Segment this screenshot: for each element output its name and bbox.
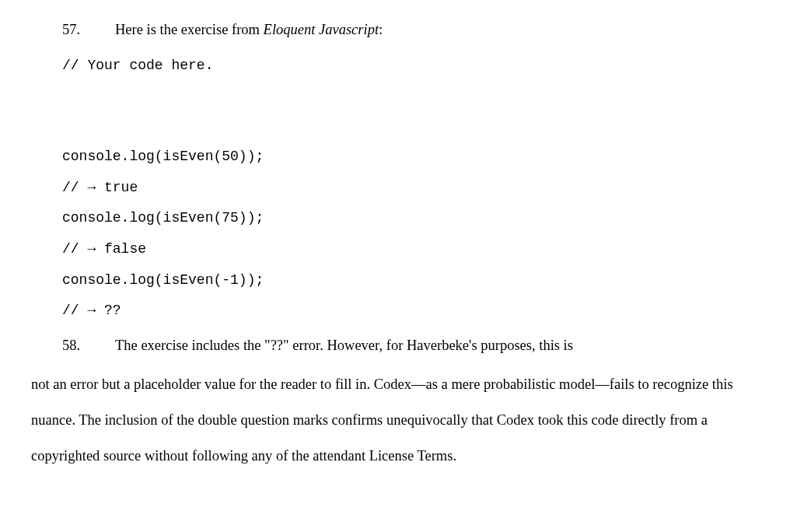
text-segment: Here is the exercise from bbox=[115, 22, 264, 37]
code-line: console.log(isEven(75)); bbox=[62, 203, 773, 234]
paragraph-text: The exercise includes the "??" error. Ho… bbox=[115, 330, 773, 362]
paragraph-number: 57. bbox=[62, 14, 93, 46]
paragraph-text: Here is the exercise from Eloquent Javas… bbox=[115, 14, 773, 46]
paragraph-number: 58. bbox=[62, 330, 93, 362]
text-segment: : bbox=[379, 22, 383, 37]
arrow-icon: → bbox=[87, 234, 96, 265]
code-line: console.log(isEven(-1)); bbox=[62, 265, 773, 296]
code-text: // bbox=[62, 180, 87, 195]
code-text: // bbox=[62, 241, 87, 257]
code-text: // bbox=[62, 303, 87, 318]
code-block: // Your code here. console.log(isEven(50… bbox=[62, 51, 773, 327]
code-line-comment: // → ?? bbox=[62, 296, 773, 327]
code-text: false bbox=[96, 241, 146, 257]
arrow-icon: → bbox=[87, 296, 96, 327]
code-line: console.log(isEven(50)); bbox=[62, 142, 773, 173]
paragraph-58: 58. The exercise includes the "??" error… bbox=[31, 330, 773, 474]
code-line-comment: // Your code here. bbox=[62, 51, 773, 82]
paragraph-57: 57. Here is the exercise from Eloquent J… bbox=[31, 14, 773, 46]
code-line-comment: // → true bbox=[62, 173, 773, 204]
book-title-italic: Eloquent Javascript bbox=[264, 22, 379, 37]
code-text: ?? bbox=[96, 303, 121, 318]
code-text: true bbox=[96, 180, 138, 195]
arrow-icon: → bbox=[87, 173, 96, 204]
paragraph-continuation: not an error but a placeholder value for… bbox=[31, 366, 773, 474]
code-line-comment: // → false bbox=[62, 234, 773, 265]
code-blank-gap bbox=[62, 81, 773, 142]
paragraph-first-line: 58. The exercise includes the "??" error… bbox=[31, 330, 773, 362]
